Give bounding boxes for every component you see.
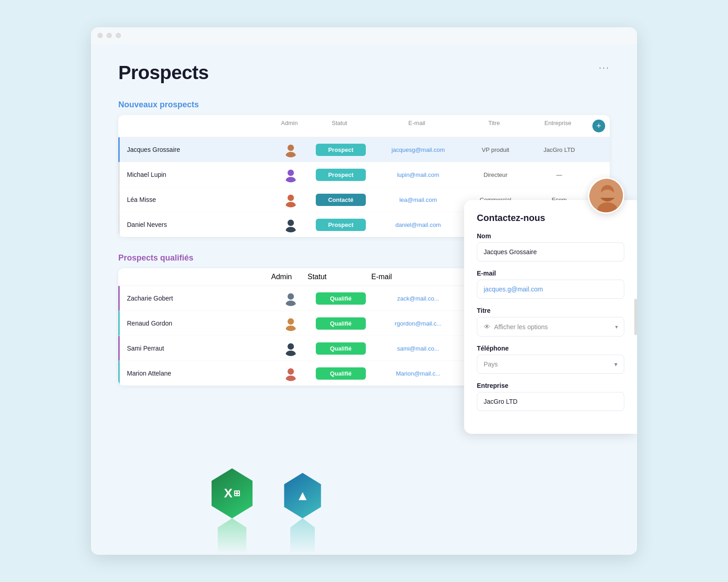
row-email: Marion@mail.c... [373,370,464,377]
pays-select-wrapper: Pays ▾ [477,355,624,374]
pays-placeholder: Pays [484,361,498,368]
form-group-titre: Titre 👁 Afficher les options ▾ [477,307,624,336]
avatar [283,217,298,232]
entreprise-input[interactable] [477,392,624,411]
row-status: Qualifié [309,342,373,355]
form-group-telephone: Téléphone Pays ▾ [477,345,624,374]
status-badge: Contacté [316,194,366,206]
row-admin [273,217,309,232]
nom-input[interactable] [477,242,624,261]
avatar [283,167,298,182]
col-name [126,120,271,132]
status-badge: Prospect [316,219,366,231]
row-name: Sami Perraut [127,345,273,352]
form-group-entreprise: Entreprise [477,382,624,411]
svg-point-12 [288,343,294,350]
col-email: E-mail [371,120,462,132]
avatar [283,142,298,157]
entreprise-label: Entreprise [477,382,624,389]
row-name: Léa Misse [127,196,273,203]
add-column-button[interactable]: + [592,120,605,132]
row-name: Marion Attelane [127,370,273,377]
bottom-icons: X ⊞ ▲ [209,468,323,555]
row-entreprise: JacGro LTD [527,146,591,153]
col-add: + [590,120,608,132]
row-titre: VP produit [464,146,527,153]
col-titre: Titre [462,120,526,132]
svg-point-4 [288,195,294,201]
excel-icon: X ⊞ [209,468,255,518]
col-email-q: E-mail [371,273,462,281]
row-admin [273,341,309,356]
excel-reflection [216,518,248,555]
dot-yellow [106,33,112,38]
row-status: Qualifié [309,292,373,305]
svg-point-2 [288,170,294,176]
col-admin: Admin [271,120,308,132]
excel-icon-container: X ⊞ [209,468,255,555]
more-button[interactable]: ··· [599,62,610,74]
row-entreprise: — [527,171,591,178]
avatar [283,316,298,331]
pays-select[interactable]: Pays ▾ [477,355,624,374]
email-input[interactable] [477,280,624,299]
page-header: Prospects ··· [118,62,610,84]
avatar-image [589,179,624,214]
avatar [283,192,298,207]
avatar [283,291,298,306]
eye-icon: 👁 [484,323,490,331]
form-group-nom: Nom [477,232,624,261]
svg-point-10 [288,318,294,325]
row-status: Contacté [309,194,373,206]
svg-point-3 [286,177,296,182]
row-email: lea@mail.com [373,196,464,203]
col-statut: Statut [308,120,371,132]
row-email: rgordon@mail.c... [373,320,464,327]
section-nouveaux-title: Nouveaux prospects [118,100,610,110]
nom-label: Nom [477,232,624,240]
row-admin [273,366,309,381]
col-admin-q: Admin [271,273,308,281]
col-statut-q: Statut [308,273,371,281]
titre-placeholder: Afficher les options [494,323,548,331]
svg-point-1 [286,152,296,157]
status-badge: Qualifié [316,342,366,355]
row-name: Renaud Gordon [127,320,273,327]
svg-point-9 [286,301,296,306]
row-admin [273,291,309,306]
svg-point-7 [286,227,296,232]
table-row[interactable]: Jacques Grossaire Prospect jacquesg@mail… [118,137,610,162]
svg-point-6 [288,220,294,226]
panel-title: Contactez-nous [477,213,624,223]
status-badge: Prospect [316,169,366,181]
app-icon-container: ▲ [282,473,323,555]
titlebar [91,27,637,44]
svg-point-0 [288,145,294,151]
scrollbar[interactable] [634,299,637,335]
svg-point-11 [286,326,296,331]
row-email: zack@mail.co... [373,295,464,302]
row-email: jacquesg@mail.com [373,146,464,153]
phone-row: Pays ▾ [477,355,624,374]
titre-label: Titre [477,307,624,314]
svg-point-5 [286,202,296,207]
status-badge: Qualifié [316,367,366,380]
row-admin [273,167,309,182]
row-name: Zacharie Gobert [127,295,273,302]
col-entreprise: Entreprise [526,120,590,132]
telephone-label: Téléphone [477,345,624,352]
app-icon: ▲ [282,473,323,518]
nouveaux-table-header: Admin Statut E-mail Titre Entreprise + [118,115,610,137]
chevron-down-icon: ▾ [615,324,618,330]
row-status: Prospect [309,144,373,156]
table-row[interactable]: Michael Lupin Prospect lupin@mail.com Di… [118,162,610,187]
col-name-q [126,273,271,281]
row-email: sami@mail.co... [373,345,464,352]
titre-select[interactable]: 👁 Afficher les options ▾ [477,317,624,336]
row-admin [273,192,309,207]
email-label: E-mail [477,270,624,277]
dot-red [97,33,103,38]
row-email: daniel@mail.com [373,221,464,228]
side-panel: Contactez-nous Nom E-mail Titre 👁 Affich… [464,200,637,434]
status-badge: Qualifié [316,317,366,330]
